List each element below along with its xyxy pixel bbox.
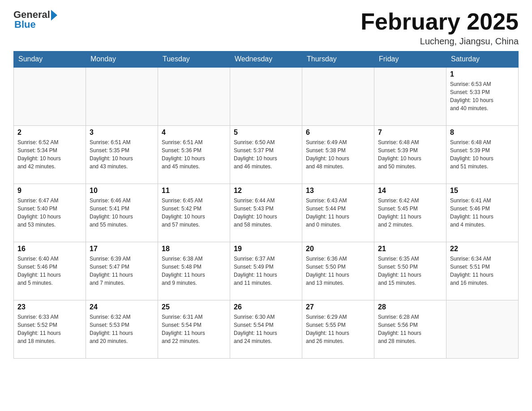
day-number: 23	[17, 303, 82, 311]
day-info: Sunrise: 6:48 AM Sunset: 5:39 PM Dayligh…	[378, 138, 442, 171]
day-number: 13	[306, 187, 370, 195]
day-info: Sunrise: 6:32 AM Sunset: 5:53 PM Dayligh…	[90, 313, 154, 345]
calendar-cell: 10Sunrise: 6:46 AM Sunset: 5:41 PM Dayli…	[86, 184, 158, 242]
day-number: 18	[162, 245, 226, 253]
weekday-header-saturday: Saturday	[446, 51, 519, 68]
day-info: Sunrise: 6:46 AM Sunset: 5:41 PM Dayligh…	[90, 197, 154, 229]
day-number: 10	[90, 187, 154, 195]
calendar-cell	[302, 67, 374, 125]
calendar-cell: 9Sunrise: 6:47 AM Sunset: 5:40 PM Daylig…	[14, 184, 86, 242]
page-header: General Blue February 2025 Lucheng, Jian…	[13, 9, 519, 47]
logo: General Blue	[13, 9, 57, 30]
calendar-cell	[374, 67, 446, 125]
day-info: Sunrise: 6:30 AM Sunset: 5:54 PM Dayligh…	[234, 313, 298, 345]
calendar-cell: 20Sunrise: 6:36 AM Sunset: 5:50 PM Dayli…	[302, 242, 374, 300]
calendar-cell: 17Sunrise: 6:39 AM Sunset: 5:47 PM Dayli…	[86, 242, 158, 300]
calendar-cell: 22Sunrise: 6:34 AM Sunset: 5:51 PM Dayli…	[446, 242, 519, 300]
day-number: 25	[162, 303, 226, 311]
calendar-cell: 12Sunrise: 6:44 AM Sunset: 5:43 PM Dayli…	[230, 184, 302, 242]
day-number: 3	[90, 128, 154, 137]
day-number: 28	[378, 303, 442, 311]
day-info: Sunrise: 6:51 AM Sunset: 5:36 PM Dayligh…	[162, 138, 226, 171]
calendar-cell: 8Sunrise: 6:48 AM Sunset: 5:39 PM Daylig…	[446, 125, 519, 184]
day-number: 12	[234, 187, 298, 195]
calendar-cell: 3Sunrise: 6:51 AM Sunset: 5:35 PM Daylig…	[86, 125, 158, 184]
location-text: Lucheng, Jiangsu, China	[360, 36, 519, 47]
calendar-cell: 15Sunrise: 6:41 AM Sunset: 5:46 PM Dayli…	[446, 184, 519, 242]
day-number: 17	[90, 245, 154, 253]
calendar-cell: 7Sunrise: 6:48 AM Sunset: 5:39 PM Daylig…	[374, 125, 446, 184]
day-number: 21	[378, 245, 442, 253]
calendar-cell	[230, 67, 302, 125]
calendar-cell: 13Sunrise: 6:43 AM Sunset: 5:44 PM Dayli…	[302, 184, 374, 242]
day-number: 4	[162, 128, 226, 137]
day-info: Sunrise: 6:38 AM Sunset: 5:48 PM Dayligh…	[162, 255, 226, 287]
calendar-cell: 28Sunrise: 6:28 AM Sunset: 5:56 PM Dayli…	[374, 300, 446, 358]
calendar-cell	[158, 67, 230, 125]
day-number: 26	[234, 303, 298, 311]
weekday-header-monday: Monday	[86, 51, 158, 68]
calendar-cell: 19Sunrise: 6:37 AM Sunset: 5:49 PM Dayli…	[230, 242, 302, 300]
calendar-cell: 2Sunrise: 6:52 AM Sunset: 5:34 PM Daylig…	[14, 125, 86, 184]
day-info: Sunrise: 6:51 AM Sunset: 5:35 PM Dayligh…	[90, 138, 154, 171]
calendar-cell: 25Sunrise: 6:31 AM Sunset: 5:54 PM Dayli…	[158, 300, 230, 358]
calendar-cell: 4Sunrise: 6:51 AM Sunset: 5:36 PM Daylig…	[158, 125, 230, 184]
weekday-header-tuesday: Tuesday	[158, 51, 230, 68]
calendar-cell: 24Sunrise: 6:32 AM Sunset: 5:53 PM Dayli…	[86, 300, 158, 358]
calendar-cell: 26Sunrise: 6:30 AM Sunset: 5:54 PM Dayli…	[230, 300, 302, 358]
weekday-header-row: SundayMondayTuesdayWednesdayThursdayFrid…	[14, 51, 519, 68]
weekday-header-sunday: Sunday	[14, 51, 86, 68]
day-info: Sunrise: 6:52 AM Sunset: 5:34 PM Dayligh…	[17, 138, 82, 171]
calendar-cell: 27Sunrise: 6:29 AM Sunset: 5:55 PM Dayli…	[302, 300, 374, 358]
day-info: Sunrise: 6:44 AM Sunset: 5:43 PM Dayligh…	[234, 197, 298, 229]
calendar-week-row: 2Sunrise: 6:52 AM Sunset: 5:34 PM Daylig…	[14, 125, 519, 184]
day-info: Sunrise: 6:41 AM Sunset: 5:46 PM Dayligh…	[450, 197, 515, 229]
day-info: Sunrise: 6:47 AM Sunset: 5:40 PM Dayligh…	[17, 197, 82, 229]
day-number: 14	[378, 187, 442, 195]
day-info: Sunrise: 6:37 AM Sunset: 5:49 PM Dayligh…	[234, 255, 298, 287]
month-title: February 2025	[360, 9, 519, 34]
day-number: 8	[450, 128, 515, 137]
day-number: 22	[450, 245, 515, 253]
calendar-cell: 16Sunrise: 6:40 AM Sunset: 5:46 PM Dayli…	[14, 242, 86, 300]
title-section: February 2025 Lucheng, Jiangsu, China	[360, 9, 519, 47]
calendar-week-row: 1Sunrise: 6:53 AM Sunset: 5:33 PM Daylig…	[14, 67, 519, 125]
calendar-cell: 1Sunrise: 6:53 AM Sunset: 5:33 PM Daylig…	[446, 67, 519, 125]
day-number: 5	[234, 128, 298, 137]
weekday-header-friday: Friday	[374, 51, 446, 68]
day-number: 7	[378, 128, 442, 137]
day-info: Sunrise: 6:35 AM Sunset: 5:50 PM Dayligh…	[378, 255, 442, 287]
calendar-cell: 11Sunrise: 6:45 AM Sunset: 5:42 PM Dayli…	[158, 184, 230, 242]
calendar-week-row: 23Sunrise: 6:33 AM Sunset: 5:52 PM Dayli…	[14, 300, 519, 358]
logo-blue-text: Blue	[13, 19, 36, 30]
calendar-week-row: 9Sunrise: 6:47 AM Sunset: 5:40 PM Daylig…	[14, 184, 519, 242]
day-info: Sunrise: 6:49 AM Sunset: 5:38 PM Dayligh…	[306, 138, 370, 171]
weekday-header-wednesday: Wednesday	[230, 51, 302, 68]
day-number: 11	[162, 187, 226, 195]
day-number: 6	[306, 128, 370, 137]
calendar-cell: 21Sunrise: 6:35 AM Sunset: 5:50 PM Dayli…	[374, 242, 446, 300]
day-info: Sunrise: 6:42 AM Sunset: 5:45 PM Dayligh…	[378, 197, 442, 229]
calendar-cell: 18Sunrise: 6:38 AM Sunset: 5:48 PM Dayli…	[158, 242, 230, 300]
day-info: Sunrise: 6:53 AM Sunset: 5:33 PM Dayligh…	[450, 80, 515, 112]
calendar-cell: 14Sunrise: 6:42 AM Sunset: 5:45 PM Dayli…	[374, 184, 446, 242]
day-info: Sunrise: 6:48 AM Sunset: 5:39 PM Dayligh…	[450, 138, 515, 171]
day-number: 24	[90, 303, 154, 311]
day-number: 1	[450, 70, 515, 78]
day-info: Sunrise: 6:28 AM Sunset: 5:56 PM Dayligh…	[378, 313, 442, 345]
calendar-cell	[446, 300, 519, 358]
calendar-cell: 23Sunrise: 6:33 AM Sunset: 5:52 PM Dayli…	[14, 300, 86, 358]
day-info: Sunrise: 6:39 AM Sunset: 5:47 PM Dayligh…	[90, 255, 154, 287]
calendar-cell: 5Sunrise: 6:50 AM Sunset: 5:37 PM Daylig…	[230, 125, 302, 184]
day-number: 16	[17, 245, 82, 253]
day-number: 2	[17, 128, 82, 137]
calendar-cell: 6Sunrise: 6:49 AM Sunset: 5:38 PM Daylig…	[302, 125, 374, 184]
day-number: 20	[306, 245, 370, 253]
day-number: 15	[450, 187, 515, 195]
day-info: Sunrise: 6:45 AM Sunset: 5:42 PM Dayligh…	[162, 197, 226, 229]
day-number: 27	[306, 303, 370, 311]
day-info: Sunrise: 6:33 AM Sunset: 5:52 PM Dayligh…	[17, 313, 82, 345]
day-info: Sunrise: 6:50 AM Sunset: 5:37 PM Dayligh…	[234, 138, 298, 171]
day-info: Sunrise: 6:31 AM Sunset: 5:54 PM Dayligh…	[162, 313, 226, 345]
weekday-header-thursday: Thursday	[302, 51, 374, 68]
